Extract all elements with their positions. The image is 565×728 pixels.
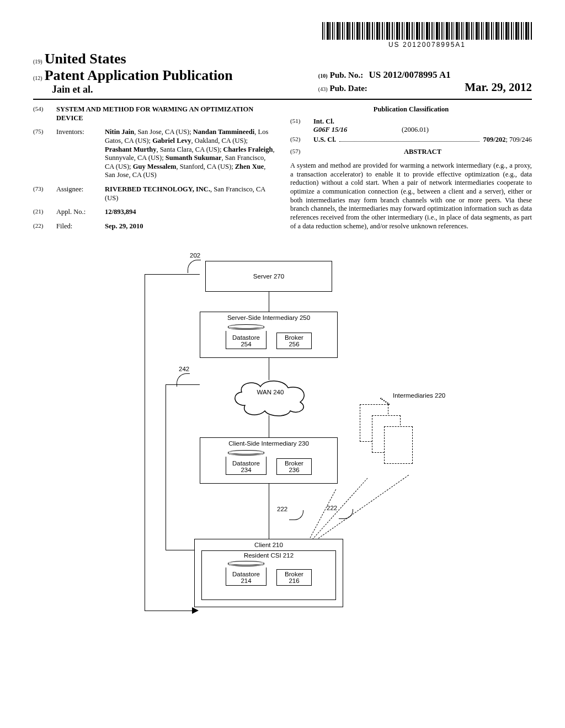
field-abstract-head: (57) ABSTRACT	[290, 148, 532, 160]
title-num: (54)	[33, 105, 52, 113]
inventors-list: Nitin Jain, San Jose, CA (US); Nandan Ta…	[105, 128, 275, 180]
side-arc-202-top	[145, 274, 200, 275]
intermediary-peer-3	[384, 426, 413, 464]
two-column-body: (54) SYSTEM AND METHOD FOR WARMING AN OP…	[33, 105, 532, 237]
wan-cloud-icon	[228, 377, 311, 417]
header-left: (19) United States (12) Patent Applicati…	[33, 51, 305, 95]
intcl-row: G06F 15/16 (2006.01)	[313, 126, 532, 135]
csi-box: Client-Side Intermediary 230 Datastore 2…	[200, 437, 338, 484]
right-column: Publication Classification (51) Int. Cl.…	[290, 105, 532, 237]
abstract-num: (57)	[290, 148, 309, 156]
assignee-value: RIVERBED TECHNOLOGY, INC., San Francisco…	[105, 185, 275, 202]
intcl-label: Int. Cl.	[313, 117, 532, 126]
pubno-value: US 2012/0078995 A1	[369, 69, 450, 80]
wan-label: WAN 240	[254, 389, 287, 395]
conn-csi-client	[269, 484, 269, 539]
country-prefix: (19)	[33, 58, 42, 65]
intcl-code: G06F 15/16	[313, 126, 380, 135]
ref-242-label: 242	[179, 366, 189, 372]
invention-title: SYSTEM AND METHOD FOR WARMING AN OPTIMIZ…	[56, 105, 275, 122]
conn-server-ssi	[269, 292, 269, 312]
applno-num: (21)	[33, 208, 52, 216]
uscl-rest-value: ; 709/246	[505, 136, 532, 144]
field-uscl: (52) U.S. Cl. 709/202; 709/246	[290, 136, 532, 144]
client-box: Client 210 Resident CSI 212 Datastore 21…	[194, 539, 343, 607]
broker216-box: Broker 216	[276, 569, 312, 586]
barcode-number: US 20120078995A1	[388, 41, 466, 49]
uscl-num: (52)	[290, 136, 309, 143]
uscl-bold-value: 709/202	[483, 136, 505, 144]
server-label: Server 270	[253, 273, 284, 280]
pubtype-prefix: (12)	[33, 75, 42, 81]
uscl-row: U.S. Cl. 709/202; 709/246	[313, 136, 532, 144]
broker256-label: Broker 256	[280, 334, 308, 347]
header: (19) United States (12) Patent Applicati…	[33, 51, 532, 100]
field-title: (54) SYSTEM AND METHOD FOR WARMING AN OP…	[33, 105, 275, 122]
pubdate-line: (43) Pub. Date: Mar. 29, 2012	[318, 81, 532, 94]
inventors-num: (75)	[33, 128, 52, 136]
assignee-num: (73)	[33, 185, 52, 193]
branch-line-2	[305, 478, 367, 548]
intcl-num: (51)	[290, 117, 309, 125]
ds254-label: Datastore 254	[230, 334, 263, 347]
inventors-label: Inventors:	[56, 128, 100, 137]
side-arc-202-bottom	[145, 611, 194, 611]
broker236-label: Broker 236	[280, 460, 308, 473]
ref-222a-leader	[289, 510, 303, 520]
country: United States	[45, 51, 126, 67]
classification-heading: Publication Classification	[290, 105, 532, 114]
uscl-label: U.S. Cl.	[313, 136, 336, 144]
barcode: US 20120078995A1	[322, 22, 532, 49]
pubno-line: (10) Pub. No.: US 2012/0078995 A1	[318, 69, 532, 81]
abstract-label: ABSTRACT	[313, 148, 532, 157]
header-right: (10) Pub. No.: US 2012/0078995 A1 (43) P…	[318, 51, 532, 95]
intcl-date: (2006.01)	[402, 126, 429, 135]
broker236-box: Broker 236	[276, 458, 312, 475]
filed-label: Filed:	[56, 222, 100, 231]
ds214-label: Datastore 214	[230, 571, 263, 584]
ref-222b-label: 222	[327, 505, 337, 511]
figure-area: 202 Server 270 Server-Side Intermediary …	[33, 252, 532, 627]
assignee-label: Assignee:	[56, 185, 100, 194]
pubdate-label: Pub. Date:	[329, 84, 367, 93]
abstract-body: A system and method are provided for war…	[290, 162, 532, 231]
ds254-box: Datastore 254	[226, 324, 266, 349]
figure: 202 Server 270 Server-Side Intermediary …	[122, 252, 443, 627]
side-arc-242-bottom	[166, 550, 194, 550]
pubdate-value: Mar. 29, 2012	[465, 81, 532, 94]
intermediaries-label: Intermediaries 220	[393, 392, 448, 399]
branch-line-3	[305, 475, 409, 548]
filed-value: Sep. 29, 2010	[105, 222, 275, 231]
left-column: (54) SYSTEM AND METHOD FOR WARMING AN OP…	[33, 105, 275, 237]
resident-label: Resident CSI 212	[244, 552, 294, 559]
barcode-strip	[322, 22, 532, 40]
ref-222a-label: 222	[277, 506, 287, 512]
ssi-label: Server-Side Intermediary 250	[227, 314, 310, 321]
header-authors: Jain et al.	[33, 84, 305, 95]
ref-222b-leader	[339, 509, 353, 519]
pubno-prefix: (10)	[318, 73, 328, 79]
client-label: Client 210	[254, 542, 283, 548]
pubno-label: Pub. No.:	[330, 71, 363, 79]
broker256-box: Broker 256	[276, 333, 312, 349]
server-box: Server 270	[205, 261, 332, 292]
side-arc-arrowhead-icon	[191, 607, 199, 614]
pubtype-line: (12) Patent Application Publication	[33, 67, 305, 84]
field-assignee: (73) Assignee: RIVERBED TECHNOLOGY, INC.…	[33, 185, 275, 202]
patent-page: US 20120078995A1 (19) United States (12)…	[0, 0, 565, 649]
ds234-box: Datastore 234	[226, 450, 266, 475]
ref-202-label: 202	[190, 252, 200, 259]
uscl-dots	[339, 136, 479, 142]
broker216-label: Broker 216	[280, 571, 308, 584]
field-inventors: (75) Inventors: Nitin Jain, San Jose, CA…	[33, 128, 275, 180]
side-arc-242	[166, 384, 166, 550]
field-applno: (21) Appl. No.: 12/893,894	[33, 208, 275, 217]
applno-value: 12/893,894	[105, 208, 275, 217]
ssi-box: Server-Side Intermediary 250 Datastore 2…	[200, 312, 338, 358]
csi-label: Client-Side Intermediary 230	[228, 440, 309, 447]
applno-label: Appl. No.:	[56, 208, 100, 217]
barcode-region: US 20120078995A1	[33, 22, 532, 49]
conn-wan-csi	[269, 415, 269, 437]
country-line: (19) United States	[33, 51, 305, 67]
pubdate-prefix: (43)	[318, 86, 328, 92]
